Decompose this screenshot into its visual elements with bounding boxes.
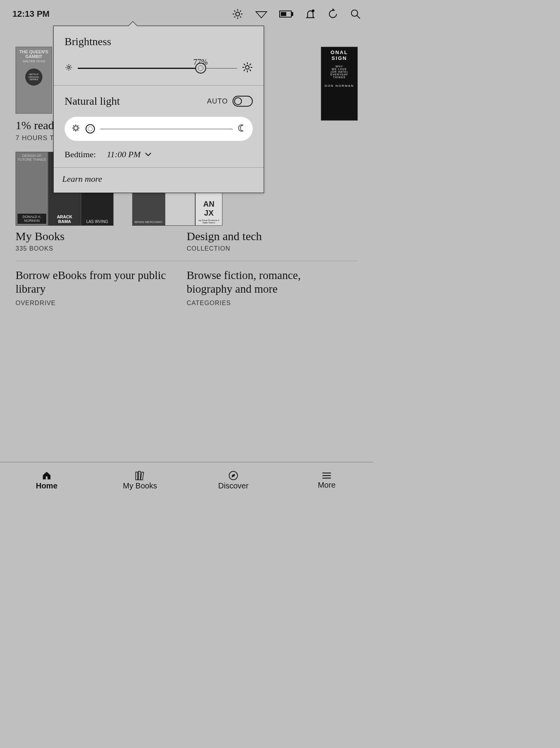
- learn-more-link[interactable]: Learn more: [62, 174, 102, 184]
- natural-light-track[interactable]: [100, 129, 233, 129]
- natural-light-thumb[interactable]: [86, 124, 95, 133]
- auto-toggle[interactable]: [233, 96, 253, 107]
- current-book-cover[interactable]: THE QUEEN'S GAMBIT WALTER TEVIS NETFLIX …: [16, 47, 52, 114]
- nav-label: My Books: [123, 481, 157, 490]
- design-section[interactable]: Design and tech COLLECTION: [187, 230, 358, 252]
- nav-label: Home: [36, 481, 58, 490]
- natural-light-section: Natural light AUTO Bedtime:: [54, 86, 264, 168]
- compass-icon: [228, 471, 238, 481]
- svg-line-28: [67, 65, 68, 66]
- svg-rect-11: [281, 12, 286, 16]
- svg-line-39: [244, 70, 245, 71]
- chevron-down-icon: [145, 152, 152, 157]
- overdrive-promo[interactable]: Borrow eBooks from your public library O…: [16, 269, 187, 307]
- nav-home[interactable]: Home: [0, 462, 93, 499]
- svg-point-12: [312, 9, 315, 12]
- nav-label: More: [318, 481, 336, 490]
- svg-line-37: [244, 64, 245, 65]
- svg-rect-16: [138, 471, 140, 480]
- books-icon: [134, 471, 146, 481]
- section-title: Design and tech: [187, 230, 352, 243]
- svg-point-41: [74, 126, 77, 130]
- search-icon[interactable]: [350, 9, 361, 19]
- svg-line-40: [250, 64, 251, 65]
- svg-line-30: [67, 69, 68, 70]
- brightness-popover: Brightness 77%: [53, 26, 264, 193]
- nav-label: Discover: [218, 481, 248, 490]
- natural-light-slider[interactable]: [65, 117, 253, 141]
- brightness-section: Brightness 77%: [54, 26, 264, 86]
- learn-more-row: Learn more: [54, 168, 264, 193]
- mybooks-section[interactable]: My Books 335 BOOKS: [16, 230, 187, 252]
- netflix-badge: NETFLIX ORIGINAL SERIES: [25, 68, 42, 86]
- svg-line-14: [357, 16, 360, 19]
- home-icon: [41, 471, 52, 481]
- bedtime-value: 11:00 PM: [107, 149, 141, 160]
- svg-line-8: [240, 11, 241, 12]
- svg-point-23: [68, 66, 70, 68]
- nav-more[interactable]: More: [280, 462, 373, 499]
- svg-line-6: [240, 16, 241, 18]
- recommended-cover[interactable]: ONAL SIGN WHY WE LOVE (OR HATE) EVERYDAY…: [321, 47, 358, 121]
- sync-icon[interactable]: [327, 9, 338, 19]
- notifications-icon[interactable]: [305, 9, 316, 19]
- promo-title: Browse fiction, romance, biography and m…: [187, 269, 348, 296]
- svg-marker-19: [232, 474, 235, 477]
- bottom-nav: Home My Books Discover More: [0, 462, 373, 499]
- natural-light-title: Natural light: [65, 95, 120, 107]
- promo-row: Borrow eBooks from your public library O…: [16, 269, 358, 307]
- categories-promo[interactable]: Browse fiction, romance, biography and m…: [187, 269, 358, 307]
- wifi-icon[interactable]: [255, 9, 268, 19]
- svg-line-29: [70, 69, 71, 70]
- svg-line-7: [234, 16, 235, 18]
- svg-line-5: [234, 11, 235, 12]
- svg-line-38: [250, 70, 251, 71]
- battery-icon[interactable]: [279, 10, 293, 18]
- svg-point-32: [245, 65, 249, 69]
- bedtime-row: Bedtime: 11:00 PM: [65, 149, 253, 160]
- divider: [16, 261, 358, 261]
- bedtime-dropdown[interactable]: 11:00 PM: [107, 149, 152, 160]
- promo-subtitle: OVERDRIVE: [16, 300, 177, 307]
- svg-point-13: [352, 10, 358, 16]
- section-subtitle: COLLECTION: [187, 245, 352, 252]
- menu-icon: [321, 471, 332, 480]
- clock: 12:13 PM: [12, 9, 49, 19]
- brightness-slider[interactable]: 77%: [65, 59, 253, 77]
- cover-title: THE QUEEN'S GAMBIT: [18, 49, 49, 59]
- nav-discover[interactable]: Discover: [187, 462, 280, 499]
- nav-mybooks[interactable]: My Books: [93, 462, 187, 499]
- svg-line-31: [70, 65, 71, 66]
- brightness-title: Brightness: [65, 35, 253, 48]
- svg-rect-15: [136, 472, 138, 480]
- promo-title: Borrow eBooks from your public library: [16, 269, 177, 296]
- status-icons: [232, 8, 361, 20]
- section-title: My Books: [16, 230, 180, 243]
- promo-subtitle: CATEGORIES: [187, 300, 348, 307]
- svg-rect-10: [291, 12, 293, 16]
- bedtime-label: Bedtime:: [65, 149, 96, 160]
- section-subtitle: 335 BOOKS: [16, 245, 180, 252]
- auto-label: AUTO: [207, 97, 228, 105]
- cover-author: WALTER TEVIS: [23, 60, 45, 63]
- svg-rect-17: [141, 472, 144, 480]
- brightness-low-icon: [65, 63, 73, 73]
- brightness-high-icon: [242, 62, 253, 74]
- svg-point-0: [236, 12, 240, 16]
- shelf-labels: My Books 335 BOOKS Design and tech COLLE…: [16, 230, 358, 252]
- moon-icon: [238, 124, 246, 133]
- sun-icon: [72, 124, 80, 134]
- brightness-icon[interactable]: [232, 8, 243, 20]
- brightness-thumb[interactable]: [195, 63, 206, 74]
- book-cover[interactable]: DESIGN OF FUTURE THINGS DONALD A. NORMAN: [16, 152, 48, 226]
- status-bar: 12:13 PM: [0, 0, 373, 28]
- brightness-track[interactable]: 77%: [78, 68, 237, 68]
